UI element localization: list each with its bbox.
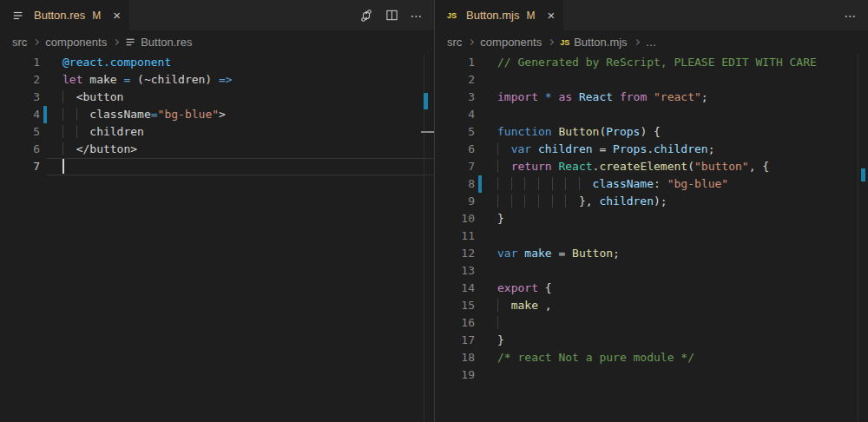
breadcrumb: src components JS Button.mjs … [435,30,868,54]
breadcrumb-item-symbol[interactable]: … [646,36,657,49]
code-line[interactable]: 1// Generated by ReScript, PLEASE EDIT W… [435,54,868,71]
code-line[interactable]: 5 children [0,123,434,141]
line-number: 17 [435,332,475,349]
line-number: 6 [435,141,475,158]
token: make [511,299,538,312]
code-text: // Generated by ReScript, PLEASE EDIT WI… [482,54,868,71]
split-editor-icon[interactable] [385,9,398,23]
code-editor-button-res[interactable]: 1@react.component2let make = (~children)… [0,54,434,175]
breadcrumb-item-src[interactable]: src [447,36,462,49]
code-line[interactable]: 4 [435,106,868,123]
code-line[interactable]: 4 className="bg-blue"> [0,106,434,123]
code-line[interactable]: 8 className: "bg-blue" [435,175,868,193]
code-text: var make = Button; [482,245,868,262]
code-line[interactable]: 15 make , [435,297,868,314]
overview-cursor-marker [421,131,434,133]
token: : [654,177,667,190]
code-text: } [482,332,868,349]
code-line[interactable]: 1@react.component [0,54,434,71]
code-line[interactable]: 14export { [435,280,868,297]
token: "bg-blue" [667,177,728,190]
code-line[interactable]: 18/* react Not a pure module */ [435,349,868,366]
line-number: 18 [435,349,475,366]
line-number: 1 [435,54,475,71]
line-number: 16 [435,314,475,332]
token [497,195,579,208]
more-actions-icon[interactable]: ⋯ [410,9,424,23]
token: , { [749,160,769,173]
code-line[interactable]: 17} [435,332,868,349]
token: "react" [654,90,701,103]
modified-badge: M [92,10,101,22]
line-number: 4 [435,106,475,123]
code-text [482,366,868,384]
code-line[interactable]: 3import * as React from "react"; [435,89,868,106]
code-line[interactable]: 7 return React.createElement("button", { [435,158,868,175]
line-number: 7 [0,158,40,175]
breadcrumb-item-file[interactable]: Button.res [141,36,192,49]
tab-label: Button.res [34,9,85,22]
token: // Generated by ReScript, PLEASE EDIT WI… [497,56,817,69]
close-icon[interactable]: × [113,9,121,22]
line-number: 15 [435,297,475,314]
breadcrumb-item-components[interactable]: components [45,36,107,49]
line-number: 5 [435,123,475,141]
code-text [482,227,868,245]
token: * [545,90,552,103]
token: "button" [694,160,749,173]
line-number: 4 [0,106,40,123]
code-line[interactable]: 6 </button> [0,141,434,158]
token: let [62,73,82,86]
line-number: 13 [435,262,475,280]
breadcrumb: src components Button.res [0,30,434,54]
token: </button> [76,142,137,155]
code-line[interactable]: 5function Button(Props) { [435,123,868,141]
code-line[interactable]: 10} [435,210,868,227]
token: <button [76,90,124,103]
line-number: 19 [435,366,475,384]
code-line[interactable]: 6 var children = Props.children; [435,141,868,158]
code-text: var children = Props.children; [482,141,868,158]
line-number: 5 [0,123,40,141]
breadcrumb-item-file[interactable]: Button.mjs [574,36,627,49]
code-editor-button-mjs[interactable]: 1// Generated by ReScript, PLEASE EDIT W… [435,54,868,384]
tab-button-mjs[interactable]: JS Button.mjs M × [435,0,563,30]
token: > [219,108,226,121]
code-line[interactable]: 7 [0,158,434,175]
token [647,90,654,103]
code-line[interactable]: 19 [435,366,868,384]
code-line[interactable]: 9 }, children); [435,193,868,210]
code-text: /* react Not a pure module */ [482,349,868,366]
token: = [552,247,572,260]
token [538,90,545,103]
token [497,142,511,155]
token: "bg-blue" [158,108,219,121]
file-lines-icon [12,10,24,22]
line-number: 14 [435,280,475,297]
tabbar-actions-left: ⋯ [359,0,424,30]
javascript-file-icon: JS [447,11,457,20]
editor-workbench: Button.res M × ⋯ [0,0,868,422]
code-line[interactable]: 3 <button [0,89,434,106]
code-text: import * as React from "react"; [482,89,868,106]
code-line[interactable]: 2 [435,71,868,89]
breadcrumb-item-src[interactable]: src [12,36,27,49]
token [497,160,511,173]
token [62,125,89,138]
line-number: 3 [435,89,475,106]
code-line[interactable]: 12var make = Button; [435,245,868,262]
more-actions-icon[interactable]: ⋯ [844,9,858,23]
overview-modified-marker [861,168,865,181]
git-compare-icon[interactable] [359,9,373,23]
code-line[interactable]: 16 [435,314,868,332]
token: import [497,90,538,103]
code-line[interactable]: 2let make = (~children) => [0,71,434,89]
overview-ruler-border [858,54,858,422]
token: var [511,142,531,155]
code-line[interactable]: 13 [435,262,868,280]
token: children [538,142,593,155]
close-icon[interactable]: × [547,9,555,22]
code-line[interactable]: 11 [435,227,868,245]
breadcrumb-item-components[interactable]: components [480,36,542,49]
tab-button-res[interactable]: Button.res M × [0,0,129,30]
